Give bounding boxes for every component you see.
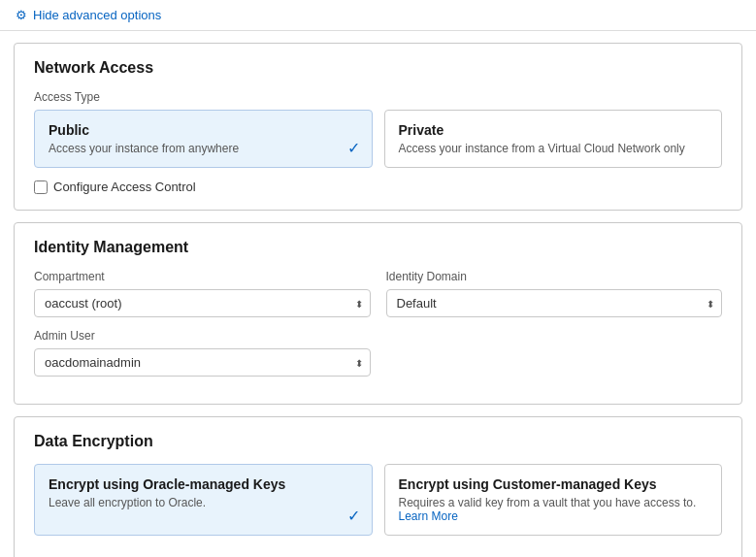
customer-card-desc: Requires a valid key from a vault that y…	[399, 496, 708, 523]
identity-domain-select-wrapper: Default ⬍	[386, 289, 723, 317]
data-encryption-section: Data Encryption Encrypt using Oracle-man…	[14, 416, 742, 557]
admin-user-row: Admin User oacdomainadmin ⬍	[34, 329, 722, 377]
public-access-card[interactable]: Public Access your instance from anywher…	[34, 110, 373, 168]
access-type-card-row: Public Access your instance from anywher…	[34, 110, 722, 168]
admin-user-spacer	[386, 329, 723, 377]
identity-domain-label: Identity Domain	[386, 270, 723, 283]
filter-icon: ⚙	[16, 8, 27, 22]
learn-more-link[interactable]: Learn More	[399, 509, 458, 523]
network-access-section: Network Access Access Type Public Access…	[14, 43, 742, 211]
top-bar: ⚙ Hide advanced options	[0, 0, 756, 31]
compartment-select-wrapper: oaccust (root) ⬍	[34, 289, 371, 317]
oracle-card-desc: Leave all encryption to Oracle.	[49, 496, 358, 509]
data-encryption-title: Data Encryption	[34, 433, 722, 450]
customer-managed-keys-card[interactable]: Encrypt using Customer-managed Keys Requ…	[384, 464, 723, 536]
configure-access-control-row: Configure Access Control	[34, 180, 722, 194]
private-card-desc: Access your instance from a Virtual Clou…	[399, 142, 708, 155]
identity-domain-group: Identity Domain Default ⬍	[386, 270, 723, 317]
identity-management-title: Identity Management	[34, 239, 722, 256]
access-type-label: Access Type	[34, 90, 722, 104]
admin-user-select[interactable]: oacdomainadmin	[34, 348, 371, 377]
admin-user-label: Admin User	[34, 329, 371, 343]
compartment-select[interactable]: oaccust (root)	[34, 289, 371, 317]
compartment-identity-row: Compartment oaccust (root) ⬍ Identity Do…	[34, 270, 722, 317]
private-card-title: Private	[399, 122, 708, 138]
public-card-check-icon: ✓	[347, 139, 360, 157]
private-access-card[interactable]: Private Access your instance from a Virt…	[384, 110, 723, 168]
compartment-group: Compartment oaccust (root) ⬍	[34, 270, 371, 317]
oracle-card-check-icon: ✓	[347, 507, 360, 525]
encryption-card-row: Encrypt using Oracle-managed Keys Leave …	[34, 464, 722, 536]
identity-domain-select[interactable]: Default	[386, 289, 723, 317]
public-card-desc: Access your instance from anywhere	[49, 142, 358, 155]
admin-user-select-wrapper: oacdomainadmin ⬍	[34, 348, 371, 377]
hide-advanced-options-link[interactable]: Hide advanced options	[33, 8, 161, 22]
compartment-label: Compartment	[34, 270, 371, 283]
configure-access-control-label[interactable]: Configure Access Control	[53, 180, 196, 194]
oracle-card-title: Encrypt using Oracle-managed Keys	[49, 476, 358, 492]
configure-access-control-checkbox[interactable]	[34, 180, 48, 194]
admin-user-group: Admin User oacdomainadmin ⬍	[34, 329, 371, 377]
customer-card-desc-text: Requires a valid key from a vault that y…	[399, 496, 697, 509]
public-card-title: Public	[49, 122, 358, 138]
customer-card-title: Encrypt using Customer-managed Keys	[399, 476, 708, 492]
oracle-managed-keys-card[interactable]: Encrypt using Oracle-managed Keys Leave …	[34, 464, 373, 536]
identity-management-section: Identity Management Compartment oaccust …	[14, 222, 742, 405]
network-access-title: Network Access	[34, 59, 722, 77]
